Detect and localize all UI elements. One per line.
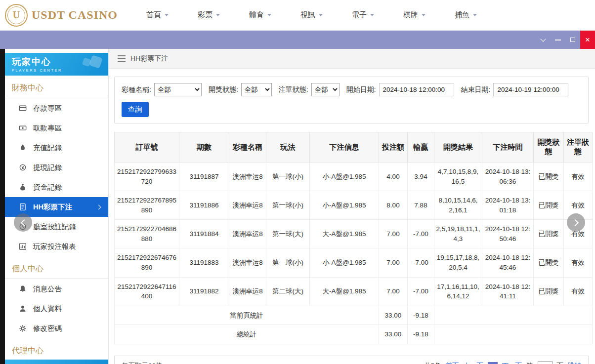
table-cell: 澳洲幸运8 [229,277,266,306]
close-icon: × [585,36,590,44]
order-status-label: 注單狀態: [279,85,308,94]
order-status-select[interactable]: 全部 [311,83,340,96]
table-cell: 2152172922799633720 [115,162,179,191]
minimize-icon [555,40,561,40]
table-cell: 澳洲幸运8 [229,220,266,248]
table-cell: 3.94 [408,162,434,191]
carousel-prev-button[interactable] [14,213,32,232]
nav-item-label: 體育 [249,10,264,20]
draw-status-select[interactable]: 全部 [241,83,272,96]
sidebar-item-label: HH彩票下注 [33,202,72,212]
start-date-label: 開始日期: [346,85,376,94]
summary-bet-total: 33.00 [379,325,408,344]
table-cell: 澳洲幸运8 [229,248,266,277]
sidebar-item[interactable]: 取款專區 [5,118,108,138]
brand-logo[interactable]: U USDT CASINO [5,4,118,27]
column-header: 開獎結果 [434,132,482,162]
main-nav-menu: 首頁彩票體育視訊電子棋牌捕魚 [146,10,506,20]
summary-row: 當前頁統計33.00-9.18 [115,306,593,325]
page-jump-input[interactable] [538,361,552,364]
nav-item-6[interactable]: 棋牌 [403,10,455,20]
table-cell: 小-A盤@1.985 [310,248,379,277]
table-cell: 有效 [564,162,593,191]
table-cell: 2024-10-18 13:01:18 [482,191,534,220]
sidebar-item[interactable]: 玩家投注報表 [5,237,108,256]
lottery-name-label: 彩種名稱: [122,85,151,94]
sidebar-item[interactable]: 提現記錄 [5,158,108,177]
summary-bet-total: 33.00 [379,306,408,325]
nav-item-2[interactable]: 彩票 [198,10,249,20]
table-cell: 2024-10-18 12:50:46 [482,220,534,248]
prev-page-link[interactable]: 上一页 [464,362,484,364]
search-button[interactable]: 查詢 [122,102,149,117]
gear-icon [19,324,27,332]
next-page-link[interactable]: 下一页 [502,362,522,364]
carousel-next-button[interactable] [567,213,585,232]
maximize-button[interactable] [565,31,580,49]
app-body: 玩家中心 PLAYERS CENTER 財務中心存款專區取款專區充值記錄提現記錄… [0,49,595,364]
jump-prefix-label: 第 [526,362,533,364]
content-area: 彩種名稱: 全部 開獎狀態: 全部 注單狀態: 全部 開始日期: 結束日期: 查… [109,69,595,364]
summary-row: 總統計33.00-9.18 [115,325,593,344]
table-cell: 8.00 [379,191,408,220]
desktop-background-strip [0,49,5,364]
top-navbar: U USDT CASINO 首頁彩票體育視訊電子棋牌捕魚 [0,0,595,31]
jump-button[interactable]: 跳转 [568,362,581,364]
chevron-down-icon [473,14,477,16]
lottery-name-select[interactable]: 全部 [154,83,202,96]
table-cell: 澳洲幸运8 [229,191,266,220]
table-row: 215217292270468688031191884澳洲幸运8第一球(大)大-… [115,220,593,248]
table-cell: 已開獎 [534,220,564,248]
table-cell: 已開獎 [534,191,564,220]
nav-item-7[interactable]: 捕魚 [455,10,506,20]
end-date-input[interactable] [493,83,568,96]
sidebar-item[interactable]: 充值記錄 [5,138,108,158]
sidebar-bottom-bar [5,360,108,364]
close-button[interactable]: × [580,31,595,49]
table-cell: 31191884 [179,220,229,248]
table-cell: 2024-10-18 13:06:36 [482,162,534,191]
sidebar-item[interactable]: 資金記錄 [5,177,108,197]
sidebar-item-label: 提現記錄 [33,163,62,172]
players-center-header: 玩家中心 PLAYERS CENTER [5,53,108,76]
start-date-input[interactable] [379,83,454,96]
minimize-button[interactable] [551,31,565,49]
table-cell: 31191886 [179,191,229,220]
nav-item-5[interactable]: 電子 [352,10,403,20]
nav-item-label: 捕魚 [455,10,469,20]
table-cell: 第一球(小) [266,248,310,277]
table-cell: 2152172922674676890 [115,248,179,277]
table-cell: 8,10,15,14,6,2,16,1 [434,191,482,220]
table-cell: 有效 [564,248,593,277]
sidebar-item[interactable]: 存款專區 [5,98,108,118]
table-cell: 已開獎 [534,248,564,277]
table-cell: 2152172922647116400 [115,277,179,306]
collapse-button[interactable] [536,31,551,49]
chevron-down-icon [267,14,271,16]
sidebar-item[interactable]: 消息公告 [5,279,108,299]
first-page-link[interactable]: 首页 [446,362,459,364]
chevron-down-icon [165,14,169,16]
column-header: 投注額 [379,132,408,162]
table-cell: -7.00 [408,220,434,248]
chevron-down-icon [540,36,546,41]
nav-item-4[interactable]: 視訊 [300,10,352,20]
nav-item-label: 彩票 [198,10,212,20]
nav-item-3[interactable]: 體育 [249,10,300,20]
sidebar-item-label: 資金記錄 [33,183,62,192]
withdraw-money-icon [19,124,27,132]
sidebar-item-label: 廳室投註記錄 [33,222,76,232]
table-row: 215217292264711640031191882澳洲幸运8第二球(大)大-… [115,277,593,306]
current-page-badge[interactable]: 1 [488,362,498,364]
table-cell: 澳洲幸运8 [229,162,266,191]
sidebar-item-label: 個人資料 [33,304,62,314]
chevron-left-icon [20,219,27,226]
breadcrumb: HH彩票下注 [109,49,595,69]
sidebar-item[interactable]: 修改密碼 [5,319,108,338]
withdrawal-record-icon [19,163,27,171]
nav-item-1[interactable]: 首頁 [146,10,198,20]
end-date-label: 結束日期: [461,85,491,94]
sidebar-item[interactable]: 個人資料 [5,299,108,319]
hamburger-menu-icon[interactable] [118,55,126,62]
column-header: 期數 [179,132,229,162]
